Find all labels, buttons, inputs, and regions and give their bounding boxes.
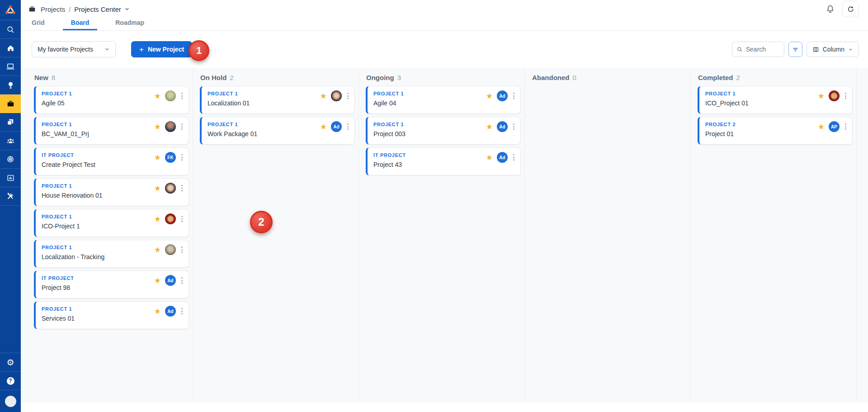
favorite-star-icon[interactable]: ★ [154,277,161,284]
sidebar-bottom: ⚙ ? [0,353,21,412]
sidebar-item-help[interactable]: ? [0,371,21,390]
column-name: Abandoned [532,74,570,81]
sidebar-item-settings[interactable]: ⚙ [0,353,21,371]
assignee-avatar[interactable]: Ad [165,306,176,317]
project-card[interactable]: PROJECT 1 House Renovation 01 ★ [34,178,189,206]
sidebar-item-tools[interactable] [0,187,21,206]
project-card[interactable]: PROJECT 1 Agile 05 ★ [34,86,189,114]
assignee-avatar[interactable]: AP [829,121,840,132]
assignee-avatar[interactable]: FK [165,152,176,163]
assignee-avatar[interactable]: Ad [497,121,508,132]
assignee-avatar[interactable] [165,213,176,224]
columns-icon [812,46,819,53]
project-card[interactable]: IT PROJECT Project 98 ★ Ad [34,270,189,298]
favorite-star-icon[interactable]: ★ [486,123,493,131]
sidebar-item-workspace[interactable] [0,57,21,76]
assignee-avatar[interactable]: Ad [165,275,176,286]
project-card[interactable]: PROJECT 1 Agile 04 ★ Ad [366,86,521,114]
project-card[interactable]: PROJECT 1 Project 003 ★ Ad [366,117,521,145]
project-card[interactable]: IT PROJECT Create Project Test ★ FK [34,147,189,175]
assignee-avatar[interactable] [165,244,176,255]
breadcrumb-caret[interactable] [124,6,130,12]
sidebar-item-goals[interactable] [0,150,21,169]
favorite-star-icon[interactable]: ★ [154,215,161,223]
project-card[interactable]: PROJECT 1 ICO-Project 1 ★ [34,209,189,237]
assignee-avatar[interactable]: Ad [497,152,508,163]
sidebar-item-profile[interactable] [0,390,21,412]
assignee-avatar[interactable] [165,121,176,132]
assignee-avatar[interactable] [829,90,840,101]
board-column-abandoned: Abandoned0 [525,68,691,403]
breadcrumb-root[interactable]: Projects [41,5,65,13]
sidebar-item-reports[interactable] [0,169,21,187]
tab-board[interactable]: Board [63,18,97,30]
card-menu-button[interactable] [180,184,184,192]
favorite-star-icon[interactable]: ★ [154,246,161,254]
project-filter-select[interactable]: My favorite Projects [32,41,116,57]
project-card[interactable]: PROJECT 1 Localization - Tracking ★ [34,240,189,268]
column-header: New8 [27,68,193,85]
project-card[interactable]: IT PROJECT Project 43 ★ Ad [366,147,521,175]
column-settings-button[interactable]: Column [807,42,859,57]
favorite-star-icon[interactable]: ★ [486,154,493,161]
card-menu-button[interactable] [180,92,184,100]
project-card[interactable]: PROJECT 1 ICO_Project 01 ★ [698,86,853,114]
card-menu-button[interactable] [180,307,184,315]
favorite-star-icon[interactable]: ★ [320,123,327,131]
column-header: Completed2 [691,68,856,85]
card-menu-button[interactable] [844,123,848,131]
card-menu-button[interactable] [512,92,516,100]
column-card-list: PROJECT 1 ICO_Project 01 ★ PROJECT 2 Pro… [691,85,856,145]
favorite-star-icon[interactable]: ★ [818,123,825,131]
tab-grid[interactable]: Grid [32,18,45,30]
card-menu-button[interactable] [512,123,516,131]
assignee-avatar[interactable]: Ad [331,121,342,132]
card-actions: ★ [154,183,184,194]
card-menu-button[interactable] [180,246,184,254]
tab-roadmap[interactable]: Roadmap [115,18,144,30]
board-column-on-hold: On Hold2 PROJECT 1 Localization 01 ★ PRO… [193,68,359,403]
favorite-star-icon[interactable]: ★ [320,92,327,100]
filter-button[interactable] [788,42,802,57]
card-menu-button[interactable] [180,276,184,284]
sidebar-item-documents[interactable] [0,113,21,132]
assignee-avatar[interactable] [165,183,176,194]
sidebar-item-home[interactable] [0,39,21,57]
notifications-button[interactable] [826,5,835,14]
favorite-star-icon[interactable]: ★ [818,92,825,100]
search-field[interactable] [732,42,784,57]
card-menu-button[interactable] [346,123,350,131]
app-logo[interactable] [0,0,21,20]
favorite-star-icon[interactable]: ★ [486,92,493,100]
sidebar-item-ideas[interactable] [0,76,21,95]
tools-icon [6,192,15,201]
project-card[interactable]: PROJECT 1 BC_VAM_01_Prj ★ [34,117,189,145]
sidebar-item-search[interactable] [0,20,21,39]
favorite-star-icon[interactable]: ★ [154,123,161,131]
sidebar-item-projects[interactable] [0,95,21,113]
favorite-star-icon[interactable]: ★ [154,154,161,161]
column-count: 2 [736,74,740,81]
card-actions: ★ FK [154,152,184,163]
favorite-star-icon[interactable]: ★ [154,185,161,192]
breadcrumb-current[interactable]: Projects Center [74,5,121,13]
assignee-avatar[interactable] [331,90,342,101]
card-menu-button[interactable] [844,92,848,100]
assignee-avatar[interactable] [165,90,176,101]
project-card[interactable]: PROJECT 1 Services 01 ★ Ad [34,301,189,329]
refresh-button[interactable] [842,1,859,17]
card-menu-button[interactable] [180,215,184,223]
favorite-star-icon[interactable]: ★ [154,308,161,315]
card-menu-button[interactable] [180,153,184,161]
card-menu-button[interactable] [512,153,516,161]
favorite-star-icon[interactable]: ★ [154,92,161,100]
project-card[interactable]: PROJECT 1 Work Package 01 ★ Ad [200,117,355,145]
project-card[interactable]: PROJECT 2 Project 01 ★ AP [698,117,853,145]
new-project-button[interactable]: + New Project [131,41,192,57]
assignee-avatar[interactable]: Ad [497,90,508,101]
sidebar-item-team[interactable] [0,132,21,150]
card-menu-button[interactable] [180,123,184,131]
search-input[interactable] [746,46,778,53]
card-menu-button[interactable] [346,92,350,100]
project-card[interactable]: PROJECT 1 Localization 01 ★ [200,86,355,114]
